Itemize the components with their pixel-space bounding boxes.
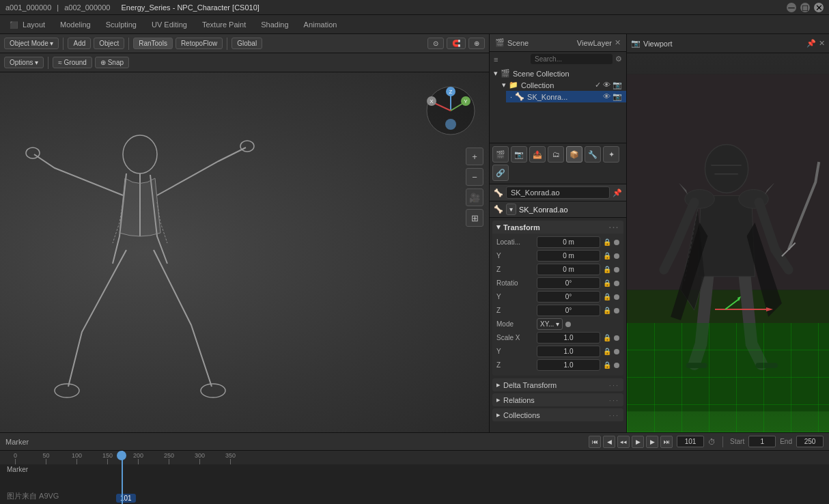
viewport-gizmo[interactable]: Z Y X bbox=[423, 83, 478, 138]
window-close-button[interactable]: ✕ bbox=[814, 3, 824, 12]
props-output-btn[interactable]: 📤 bbox=[529, 146, 546, 163]
outliner-scene-collection[interactable]: ▾ 🎬 Scene Collection bbox=[490, 68, 626, 79]
tab-texture-paint-label: Texture Paint bbox=[202, 20, 246, 29]
active-object-mode-btn[interactable]: ▾ bbox=[506, 204, 516, 215]
window-minimize-button[interactable]: ─ bbox=[787, 3, 796, 12]
scale-dot-x[interactable] bbox=[614, 335, 619, 341]
proportional-edit-btn[interactable]: ⊕ bbox=[468, 38, 485, 49]
props-constraint-btn[interactable]: 🔗 bbox=[492, 165, 509, 181]
scale-dot-y[interactable] bbox=[614, 349, 619, 354]
location-z-row: Z 0 m 🔒 bbox=[496, 264, 619, 275]
render-close-icon[interactable]: ✕ bbox=[819, 39, 825, 48]
outliner-filter-btn[interactable]: ⚙ bbox=[615, 55, 622, 64]
rot-dot-x[interactable] bbox=[614, 281, 619, 286]
current-frame-input[interactable]: 101 bbox=[677, 436, 704, 447]
outliner-sk-konrad[interactable]: · 🦴 SK_Konra... 👁 📷 bbox=[506, 91, 626, 102]
props-scene-btn[interactable]: 🎬 bbox=[492, 146, 509, 163]
rot-dot-z[interactable] bbox=[614, 308, 619, 313]
location-y-field[interactable]: 0 m bbox=[537, 250, 600, 262]
lock-z-icon[interactable]: 🔒 bbox=[603, 266, 611, 273]
rot-lock-z[interactable]: 🔒 bbox=[603, 307, 611, 314]
rot-lock-y[interactable]: 🔒 bbox=[603, 293, 611, 300]
rotation-x-field[interactable]: 0° bbox=[537, 277, 600, 289]
play-btn[interactable]: ▶ bbox=[632, 436, 644, 448]
scale-dot-z[interactable] bbox=[614, 363, 619, 368]
end-frame-input[interactable] bbox=[796, 436, 824, 447]
relations-section[interactable]: ▸ Relations ··· bbox=[492, 393, 623, 406]
transform-header[interactable]: ▾ Transform ··· bbox=[492, 221, 623, 234]
render-content[interactable] bbox=[627, 53, 829, 432]
tab-modeling[interactable]: Modeling bbox=[53, 18, 98, 31]
lock-y-icon[interactable]: 🔒 bbox=[603, 252, 611, 260]
ground-button[interactable]: ≈ Ground bbox=[53, 57, 92, 68]
location-z-field[interactable]: 0 m bbox=[537, 264, 600, 275]
tab-sculpting[interactable]: Sculpting bbox=[99, 18, 143, 31]
global-button[interactable]: Global bbox=[231, 38, 262, 49]
tab-uv-editing[interactable]: UV Editing bbox=[145, 18, 194, 31]
rantool-button[interactable]: RanTools bbox=[133, 38, 173, 49]
location-x-field[interactable]: 0 m bbox=[537, 236, 600, 248]
scale-lock-x[interactable]: 🔒 bbox=[603, 334, 611, 341]
retopoflow-button[interactable]: RetopoFlow bbox=[175, 38, 223, 49]
scale-x-field[interactable]: 1.0 bbox=[537, 332, 600, 344]
collections-section[interactable]: ▸ Collections ··· bbox=[492, 408, 623, 421]
tab-texture-paint[interactable]: Texture Paint bbox=[195, 18, 253, 31]
timeline-scrubber[interactable]: 0 50 100 150 200 250 300 350 Marker 101 … bbox=[0, 451, 829, 504]
jump-start-btn[interactable]: ⏮ bbox=[589, 436, 601, 448]
close-panel-icon[interactable]: ✕ bbox=[615, 38, 621, 47]
camera-tool[interactable]: 🎥 bbox=[466, 188, 483, 206]
snap-button[interactable]: ⊕ Snap bbox=[95, 57, 129, 68]
prev-frame-btn[interactable]: ◀ bbox=[603, 436, 615, 448]
start-frame-input[interactable] bbox=[748, 436, 776, 447]
collection-check[interactable]: ✓ bbox=[595, 81, 601, 89]
dot-y[interactable] bbox=[614, 253, 619, 259]
rotation-z-field[interactable]: 0° bbox=[537, 305, 600, 316]
object-name-input[interactable] bbox=[506, 186, 610, 199]
outliner-collection[interactable]: ▾ 📁 Collection ✓ 👁 📷 bbox=[498, 79, 626, 91]
tab-shading[interactable]: Shading bbox=[254, 18, 295, 31]
dot-z[interactable] bbox=[614, 267, 619, 272]
props-render-btn[interactable]: 📷 bbox=[511, 146, 527, 163]
transform-pivot-btn[interactable]: ⊙ bbox=[427, 38, 444, 49]
tab-layout[interactable]: ⬛ Layout bbox=[3, 18, 52, 31]
window-maximize-button[interactable]: □ bbox=[800, 3, 810, 12]
outliner-search-input[interactable] bbox=[531, 54, 613, 64]
jump-end-btn[interactable]: ⏭ bbox=[660, 436, 673, 448]
zoom-out-tool[interactable]: − bbox=[466, 168, 483, 186]
props-modifier-btn[interactable]: 🔧 bbox=[585, 146, 601, 163]
options-button[interactable]: Options ▾ bbox=[4, 57, 44, 68]
rotation-mode-dropdown[interactable]: XY... ▾ bbox=[537, 318, 563, 330]
viewport-object-button[interactable]: Object bbox=[94, 38, 124, 49]
props-object-btn[interactable]: 📦 bbox=[566, 146, 582, 163]
rot-lock-x[interactable]: 🔒 bbox=[603, 279, 611, 287]
snap-toggle-btn[interactable]: 🧲 bbox=[447, 38, 466, 49]
zoom-in-tool[interactable]: + bbox=[466, 148, 483, 165]
props-particles-btn[interactable]: ✦ bbox=[603, 146, 619, 163]
render-pin-icon[interactable]: 📌 bbox=[806, 39, 816, 48]
play-reverse-btn[interactable]: ◂◂ bbox=[617, 436, 630, 448]
collection-eye[interactable]: 👁 bbox=[603, 81, 610, 89]
scale-z-field[interactable]: 1.0 bbox=[537, 359, 600, 371]
scale-y-field[interactable]: 1.0 bbox=[537, 346, 600, 357]
scale-lock-z[interactable]: 🔒 bbox=[603, 361, 611, 369]
collection-camera[interactable]: 📷 bbox=[613, 81, 622, 89]
viewport-add-button[interactable]: Add bbox=[68, 38, 91, 49]
props-view-layer-btn[interactable]: 🗂 bbox=[548, 146, 564, 163]
svg-point-21 bbox=[705, 144, 748, 193]
sk-camera-icon[interactable]: 📷 bbox=[613, 92, 622, 101]
scale-lock-y[interactable]: 🔒 bbox=[603, 348, 611, 355]
delta-transform-section[interactable]: ▸ Delta Transform ··· bbox=[492, 378, 623, 391]
sk-eye-icon[interactable]: 👁 bbox=[603, 92, 610, 101]
mode-dot[interactable] bbox=[565, 322, 571, 327]
mode-select-button[interactable]: Object Mode ▾ bbox=[4, 38, 59, 49]
rotation-y-field[interactable]: 0° bbox=[537, 291, 600, 303]
pin-icon[interactable]: 📌 bbox=[613, 188, 622, 197]
grid-tool[interactable]: ⊞ bbox=[466, 209, 483, 227]
viewport-content[interactable]: Z Y X + − 🎥 ⊞ bbox=[0, 72, 489, 432]
rot-dot-y[interactable] bbox=[614, 294, 619, 300]
tab-animation[interactable]: Animation bbox=[297, 18, 344, 31]
dot-x[interactable] bbox=[614, 240, 619, 245]
lock-x-icon[interactable]: 🔒 bbox=[603, 238, 611, 246]
timeline-playhead[interactable] bbox=[122, 451, 123, 504]
next-frame-btn[interactable]: ▶ bbox=[646, 436, 658, 448]
